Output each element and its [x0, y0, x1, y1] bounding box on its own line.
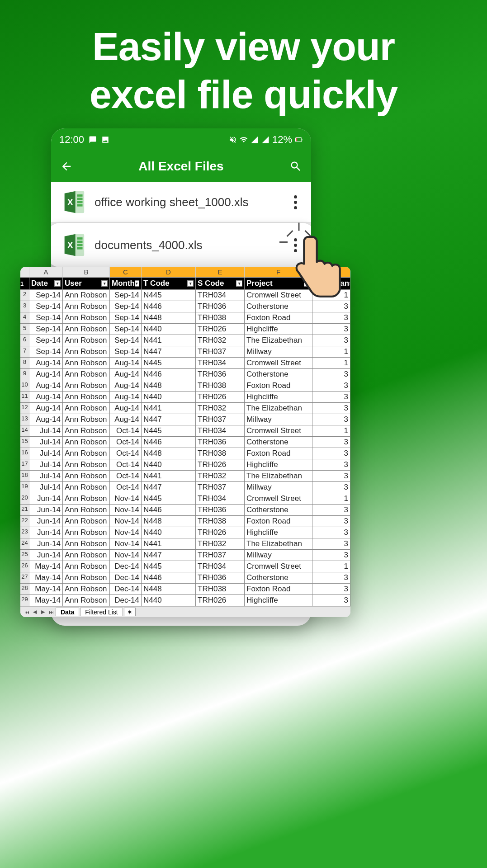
cell[interactable]: Ann Robson [63, 380, 110, 391]
cell[interactable]: TRH032 [196, 335, 245, 346]
cell[interactable]: 3 [312, 471, 350, 481]
col-letter[interactable]: A [29, 267, 63, 277]
cell[interactable]: 3 [312, 572, 350, 583]
rownum[interactable]: 15 [20, 437, 29, 448]
rownum[interactable]: 12 [20, 403, 29, 414]
header-cell[interactable]: Month▾ [110, 278, 142, 289]
cell[interactable]: Ann Robson [63, 335, 110, 346]
rownum[interactable]: 9 [20, 369, 29, 380]
cell[interactable]: 1 [312, 561, 350, 572]
cell[interactable]: Aug-14 [29, 358, 63, 368]
cell[interactable]: N440 [142, 459, 196, 470]
header-cell[interactable]: Date▾ [29, 278, 63, 289]
cell[interactable]: The Elizabethan [245, 403, 312, 414]
cell[interactable]: Ann Robson [63, 595, 110, 606]
rownum[interactable]: 21 [20, 505, 29, 515]
cell[interactable]: 3 [312, 392, 350, 402]
rownum[interactable]: 27 [20, 572, 29, 583]
rownum[interactable]: 1 [20, 278, 29, 289]
cell[interactable]: TRH034 [196, 493, 245, 504]
cell[interactable]: Sep-14 [29, 301, 63, 312]
filter-dropdown-icon[interactable]: ▾ [187, 280, 194, 287]
filter-dropdown-icon[interactable]: ▾ [236, 280, 242, 287]
cell[interactable]: 3 [312, 538, 350, 549]
cell[interactable]: Nov-14 [110, 550, 142, 561]
cell[interactable]: Foxton Road [245, 516, 312, 527]
cell[interactable]: Jul-14 [29, 471, 63, 481]
col-letter[interactable]: B [63, 267, 110, 277]
cell[interactable]: TRH037 [196, 482, 245, 493]
cell[interactable]: 1 [312, 425, 350, 436]
cell[interactable]: Sep-14 [29, 335, 63, 346]
cell[interactable]: Ann Robson [63, 505, 110, 515]
cell[interactable]: N440 [142, 392, 196, 402]
filter-dropdown-icon[interactable]: ▾ [54, 280, 61, 287]
cell[interactable]: Jun-14 [29, 493, 63, 504]
cell[interactable]: Millway [245, 414, 312, 425]
rownum[interactable]: 8 [20, 358, 29, 368]
cell[interactable]: N445 [142, 358, 196, 368]
cell[interactable]: Oct-14 [110, 448, 142, 459]
cell[interactable]: Jul-14 [29, 425, 63, 436]
file-item[interactable]: X documents_4000.xls [51, 223, 311, 268]
cell[interactable]: Oct-14 [110, 425, 142, 436]
rownum[interactable]: 24 [20, 538, 29, 549]
cell[interactable]: Cotherstone [245, 369, 312, 380]
cell[interactable]: TRH026 [196, 459, 245, 470]
cell[interactable]: Ann Robson [63, 493, 110, 504]
cell[interactable]: TRH038 [196, 380, 245, 391]
col-letter[interactable]: D [142, 267, 196, 277]
cell[interactable]: Ann Robson [63, 358, 110, 368]
cell[interactable]: Ann Robson [63, 301, 110, 312]
cell[interactable]: Oct-14 [110, 482, 142, 493]
sheet-tab[interactable]: Data [56, 608, 79, 616]
cell[interactable]: Jul-14 [29, 448, 63, 459]
cell[interactable]: Ann Robson [63, 324, 110, 335]
filter-dropdown-icon[interactable]: ▾ [135, 280, 139, 287]
cell[interactable]: Ann Robson [63, 584, 110, 594]
cell[interactable]: TRH032 [196, 471, 245, 481]
cell[interactable]: Aug-14 [110, 380, 142, 391]
cell[interactable]: Ann Robson [63, 471, 110, 481]
cell[interactable]: Millway [245, 346, 312, 357]
filter-dropdown-icon[interactable]: ▾ [101, 280, 108, 287]
rownum[interactable]: 18 [20, 471, 29, 481]
rownum[interactable]: 10 [20, 380, 29, 391]
rownum[interactable]: 4 [20, 312, 29, 323]
cell[interactable]: TRH036 [196, 301, 245, 312]
cell[interactable]: TRH034 [196, 290, 245, 301]
cell[interactable]: 3 [312, 369, 350, 380]
col-letter[interactable]: C [110, 267, 142, 277]
cell[interactable]: 3 [312, 459, 350, 470]
cell[interactable]: N440 [142, 527, 196, 538]
rownum[interactable]: 3 [20, 301, 29, 312]
cell[interactable]: Dec-14 [110, 595, 142, 606]
cell[interactable]: N441 [142, 403, 196, 414]
header-cell[interactable]: User▾ [63, 278, 110, 289]
cell[interactable]: N441 [142, 538, 196, 549]
cell[interactable]: Nov-14 [110, 493, 142, 504]
cell[interactable]: Jul-14 [29, 437, 63, 448]
cell[interactable]: Ann Robson [63, 369, 110, 380]
cell[interactable]: Dec-14 [110, 572, 142, 583]
cell[interactable]: N445 [142, 425, 196, 436]
cell[interactable]: TRH036 [196, 505, 245, 515]
cell[interactable]: N441 [142, 335, 196, 346]
cell[interactable]: N440 [142, 595, 196, 606]
rownum[interactable]: 23 [20, 527, 29, 538]
cell[interactable]: Jul-14 [29, 482, 63, 493]
cell[interactable]: Foxton Road [245, 312, 312, 323]
tab-nav-next-icon[interactable]: ▶ [39, 609, 47, 616]
cell[interactable]: Sep-14 [29, 290, 63, 301]
cell[interactable]: TRH032 [196, 403, 245, 414]
cell[interactable]: Ann Robson [63, 448, 110, 459]
cell[interactable]: Jul-14 [29, 459, 63, 470]
cell[interactable]: Foxton Road [245, 380, 312, 391]
cell[interactable]: N447 [142, 414, 196, 425]
cell[interactable]: Ann Robson [63, 550, 110, 561]
rownum[interactable]: 14 [20, 425, 29, 436]
cell[interactable]: N448 [142, 584, 196, 594]
rownum[interactable]: 29 [20, 595, 29, 606]
rownum[interactable]: 11 [20, 392, 29, 402]
cell[interactable]: 3 [312, 595, 350, 606]
